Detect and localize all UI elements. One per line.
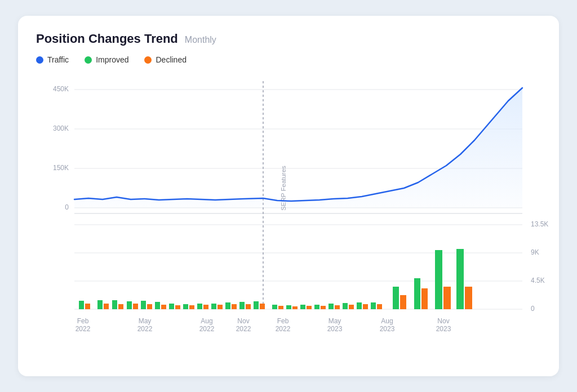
y-label-0-top: 0 [65,203,69,211]
bar-improved-18 [329,304,334,309]
bar-improved-9 [197,304,202,309]
x-label-may2023: May [329,317,341,325]
x-label-may2023-year: 2023 [327,325,343,333]
bar-improved-2 [97,300,103,309]
legend: Traffic Improved Declined [36,55,541,64]
bar-declined-1 [85,304,90,309]
bar-improved-19 [343,303,348,309]
bar-declined-24 [443,287,451,309]
x-label-aug2022-year: 2022 [199,325,215,333]
x-label-nov2022: Nov [237,317,249,325]
bar-declined-6 [161,305,166,309]
y-label-150k: 150K [53,164,69,172]
bar-improved-23 [414,278,420,309]
bar-declined-19 [349,305,354,309]
bar-improved-12 [239,302,245,309]
bar-improved-4 [127,301,132,309]
bar-declined-20 [363,304,368,309]
bar-improved-21 [371,302,376,309]
bar-improved-6 [155,302,160,309]
bar-declined-23 [421,288,428,309]
y-label-9k: 9K [531,248,539,256]
x-label-feb2022-year: 2022 [76,325,91,333]
bar-declined-13 [260,304,265,309]
bar-improved-8 [183,304,188,309]
x-label-aug2023: Aug [381,317,393,325]
bar-improved-14 [272,305,277,309]
traffic-area [74,88,522,208]
chart-subtitle: Monthly [185,35,216,45]
bar-declined-2 [104,304,109,309]
bar-improved-24 [435,250,442,309]
bar-improved-17 [314,305,319,309]
bar-improved-7 [169,304,174,309]
bar-improved-5 [141,301,146,309]
bar-improved-22 [393,287,399,309]
bar-declined-8 [189,305,194,309]
bar-improved-25 [456,249,464,309]
bar-improved-3 [112,300,117,309]
traffic-dot [36,56,43,64]
x-label-may2022: May [139,317,152,325]
chart-area: 450K 300K 150K 0 13.5K 9K 4.5K 0 [36,75,541,357]
bar-improved-1 [79,301,84,309]
legend-item-improved: Improved [85,55,128,64]
bar-declined-11 [232,304,237,309]
legend-item-traffic: Traffic [36,55,69,64]
x-label-aug2023-year: 2023 [380,325,395,333]
legend-label-declined: Declined [156,55,186,64]
bar-declined-25 [465,287,472,309]
bar-declined-12 [246,304,251,309]
legend-item-declined: Declined [144,55,186,64]
x-label-nov2022-year: 2022 [236,325,251,333]
y-label-0-bar: 0 [531,305,535,313]
bar-declined-18 [335,305,340,309]
legend-label-traffic: Traffic [47,55,69,64]
x-label-feb2023: Feb [277,317,289,325]
bar-declined-17 [321,306,326,309]
bar-declined-14 [278,306,283,309]
y-label-13k: 13.5K [531,220,548,228]
declined-dot [144,56,152,64]
x-label-feb2022: Feb [77,317,89,325]
bar-improved-15 [286,305,291,309]
y-label-300k: 300K [53,124,69,132]
bar-improved-11 [225,302,230,309]
bar-declined-22 [400,295,406,309]
main-chart-svg: 450K 300K 150K 0 13.5K 9K 4.5K 0 [36,75,541,357]
bar-declined-10 [218,305,223,309]
bar-declined-3 [118,304,123,309]
bar-declined-21 [377,304,382,309]
chart-title: Position Changes Trend [36,32,178,46]
y-label-450k: 450K [53,85,69,93]
improved-dot [85,56,92,64]
bar-improved-13 [254,301,259,309]
bar-declined-9 [203,305,208,309]
x-label-may2022-year: 2022 [137,325,153,333]
chart-container: Position Changes Trend Monthly Traffic I… [18,16,559,376]
bar-declined-15 [292,306,298,309]
x-label-feb2023-year: 2022 [276,325,291,333]
x-label-aug2022: Aug [201,317,212,325]
bar-improved-16 [300,305,305,309]
y-label-4k: 4.5K [531,277,545,284]
x-label-nov2023-year: 2023 [436,325,451,333]
chart-header: Position Changes Trend Monthly [36,32,541,46]
bar-improved-20 [357,302,362,309]
bar-declined-4 [133,304,138,309]
legend-label-improved: Improved [96,55,128,64]
bar-declined-7 [175,305,180,309]
bar-declined-16 [307,306,312,309]
bar-improved-10 [211,304,216,309]
bar-declined-5 [147,304,152,309]
x-label-nov2023: Nov [437,317,449,325]
